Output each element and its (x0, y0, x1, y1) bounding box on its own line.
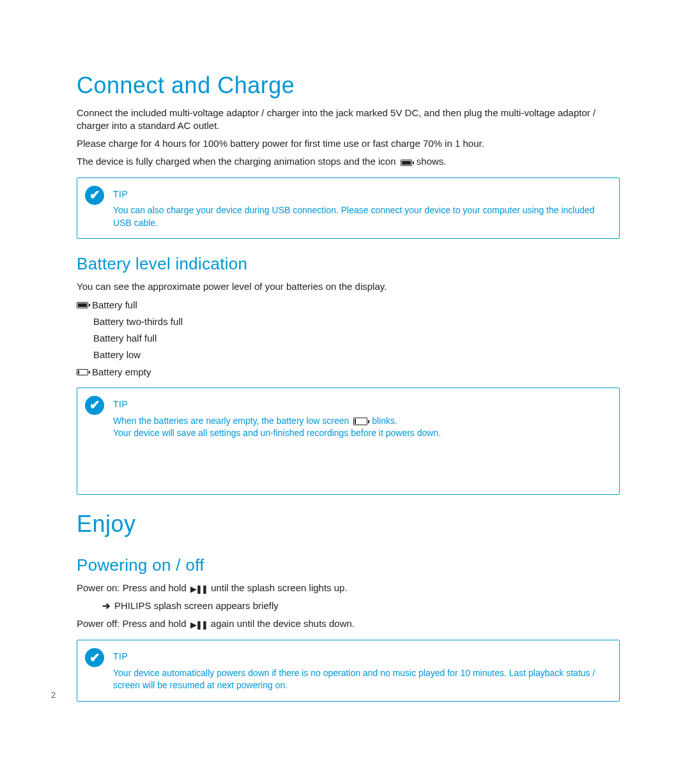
tip-content: TIP When the batteries are nearly empty,… (113, 398, 441, 440)
play-pause-icon: ▶❚❚ (190, 584, 207, 595)
battery-full-icon (401, 160, 412, 166)
subheading-powering: Powering on / off (77, 554, 620, 577)
tip-content: TIP Your device automatically powers dow… (113, 651, 611, 692)
paragraph-fully-charged: The device is fully charged when the cha… (77, 155, 620, 168)
page-number: 2 (51, 690, 56, 701)
battery-full-icon (77, 302, 88, 308)
heading-connect-charge: Connect and Charge (77, 70, 620, 102)
heading-enjoy: Enjoy (77, 509, 620, 540)
battery-level-empty: Battery empty (77, 366, 620, 379)
checkmark-icon: ✔ (85, 648, 104, 667)
power-off-text-b: again until the device shuts down. (211, 618, 355, 629)
tip-label: TIP (113, 398, 441, 411)
battery-label-half: Battery half full (93, 332, 157, 345)
paragraph-connect: Connect the included multi-voltage adapt… (77, 107, 620, 133)
checkmark-icon: ✔ (85, 186, 104, 205)
checkmark-icon: ✔ (85, 396, 104, 415)
battery-level-low: Battery low (77, 349, 620, 361)
battery-label-empty: Battery empty (92, 366, 151, 379)
battery-label-low: Battery low (93, 349, 141, 361)
tip-label: TIP (113, 651, 611, 663)
paragraph-charge-time: Please charge for 4 hours for 100% batte… (77, 137, 620, 150)
paragraph-splash: ➔PHILIPS splash screen appears briefly (77, 599, 620, 612)
text-fully-charged-b: shows. (417, 156, 447, 167)
tip-text: Your device automatically powers down if… (113, 668, 595, 691)
tip-box-usb-charge: ✔ TIP You can also charge your device du… (77, 177, 620, 239)
paragraph-power-on: Power on: Press and hold ▶❚❚ until the s… (77, 582, 620, 595)
arrow-right-icon: ➔ (102, 599, 111, 612)
battery-label-two-thirds: Battery two-thirds full (93, 315, 183, 328)
battery-level-two-thirds: Battery two-thirds full (77, 315, 620, 328)
paragraph-power-off: Power off: Press and hold ▶❚❚ again unti… (77, 617, 620, 631)
paragraph-battery-intro: You can see the approximate power level … (77, 280, 620, 293)
heading-battery-indication: Battery level indication (77, 253, 620, 275)
battery-low-icon (353, 418, 367, 425)
power-on-text-b: until the splash screen lights up. (211, 582, 347, 593)
play-pause-icon: ▶❚❚ (190, 619, 207, 631)
tip-text-line1b: blinks. (372, 416, 397, 426)
tip-text-line1a: When the batteries are nearly empty, the… (113, 416, 349, 426)
battery-label-full: Battery full (92, 299, 137, 312)
tip-text-line2: Your device will save all settings and u… (113, 428, 441, 438)
power-off-text-a: Power off: Press and hold (77, 618, 187, 629)
battery-level-full: Battery full (77, 299, 620, 312)
tip-label: TIP (113, 188, 611, 201)
splash-text: PHILIPS splash screen appears briefly (114, 600, 279, 611)
manual-page: Connect and Charge Connect the included … (0, 0, 690, 784)
tip-box-auto-power-down: ✔ TIP Your device automatically powers d… (77, 640, 620, 702)
text-fully-charged-a: The device is fully charged when the cha… (77, 156, 395, 167)
tip-text: You can also charge your device during U… (113, 205, 595, 228)
battery-empty-icon (77, 369, 88, 375)
tip-content: TIP You can also charge your device duri… (113, 188, 611, 230)
power-on-text-a: Power on: Press and hold (77, 582, 187, 593)
tip-box-battery-low: ✔ TIP When the batteries are nearly empt… (77, 388, 620, 495)
battery-level-half: Battery half full (77, 332, 620, 345)
